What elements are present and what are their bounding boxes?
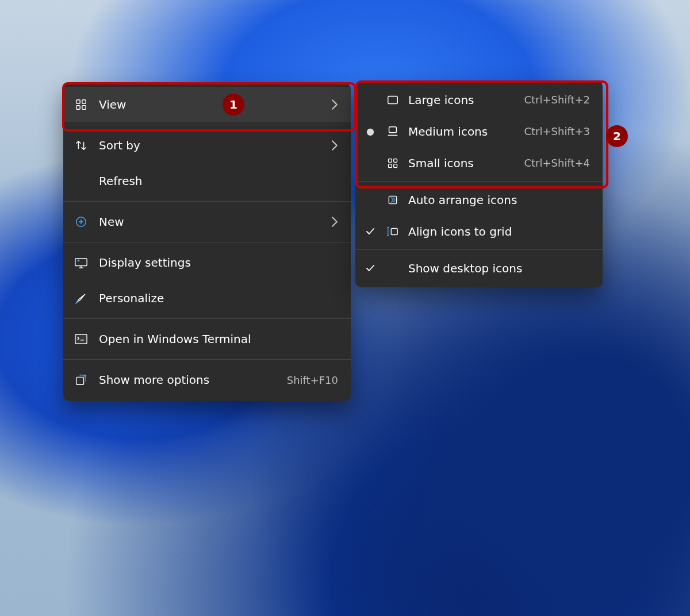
submenu-item-small-icons[interactable]: Small icons Ctrl+Shift+4 [355,147,603,179]
menu-item-shortcut: Ctrl+Shift+3 [524,125,590,137]
blank-icon [385,261,400,276]
menu-item-label: Show more options [99,373,277,387]
svg-rect-7 [75,334,87,344]
brush-icon [74,291,89,306]
sort-icon [74,138,89,153]
menu-item-view[interactable]: View [63,87,351,122]
menu-item-label: Refresh [99,174,338,188]
menu-item-shortcut: Ctrl+Shift+2 [524,94,590,106]
menu-item-display-settings[interactable]: Display settings [63,245,351,280]
svg-rect-8 [76,377,84,384]
submenu-item-align-grid[interactable]: Align icons to grid [355,215,603,247]
radio-mark-selected: ● [363,126,377,137]
menu-item-shortcut: Shift+F10 [287,374,338,386]
menu-item-label: Small icons [408,156,516,170]
menu-item-open-terminal[interactable]: Open in Windows Terminal [63,321,351,357]
separator [63,359,351,360]
desktop-context-menu: View Sort by Refresh New [63,83,351,401]
separator [355,249,603,250]
view-grid-icon [74,97,89,112]
menu-item-label: Personalize [99,291,338,305]
svg-rect-3 [82,106,86,109]
menu-item-label: Large icons [408,93,516,107]
separator [63,242,351,242]
submenu-item-auto-arrange[interactable]: Auto arrange icons [355,184,603,215]
separator [63,318,351,319]
menu-item-label: Medium icons [408,125,516,138]
small-icons-icon [385,156,400,171]
annotation-badge-1: 1 [223,94,244,116]
menu-item-label: New [99,215,321,229]
large-icons-icon [385,93,400,107]
chevron-right-icon [331,217,338,227]
svg-rect-5 [75,259,87,266]
svg-rect-10 [389,126,397,132]
menu-item-personalize[interactable]: Personalize [63,280,351,316]
show-more-icon [74,372,89,387]
svg-rect-13 [389,164,392,167]
svg-rect-9 [388,96,398,103]
chevron-right-icon [331,140,338,151]
display-settings-icon [74,255,89,270]
menu-item-label: Auto arrange icons [408,193,590,207]
terminal-icon [74,332,89,346]
svg-rect-1 [82,100,86,103]
submenu-item-show-desktop-icons[interactable]: Show desktop icons [355,252,603,284]
svg-rect-16 [391,228,397,234]
plus-circle-icon [74,214,89,229]
auto-arrange-icon [385,192,400,207]
svg-rect-11 [389,159,392,162]
menu-item-refresh[interactable]: Refresh [63,163,351,199]
submenu-item-medium-icons[interactable]: ● Medium icons Ctrl+Shift+3 [355,116,603,147]
svg-rect-0 [76,100,80,103]
medium-icons-icon [385,124,400,139]
svg-rect-14 [394,164,397,167]
menu-item-show-more-options[interactable]: Show more options Shift+F10 [63,362,351,398]
svg-rect-12 [394,159,397,162]
svg-rect-2 [76,106,80,109]
check-mark-checked [363,264,377,272]
menu-item-label: Show desktop icons [408,261,590,275]
annotation-badge-2: 2 [606,125,628,147]
menu-item-shortcut: Ctrl+Shift+4 [524,157,590,169]
menu-item-label: View [99,98,321,111]
menu-item-label: Display settings [99,256,338,270]
menu-item-label: Open in Windows Terminal [99,332,338,346]
separator [63,125,351,125]
chevron-right-icon [331,99,338,110]
align-grid-icon [385,224,400,239]
menu-item-sort-by[interactable]: Sort by [63,128,351,163]
submenu-item-large-icons[interactable]: Large icons Ctrl+Shift+2 [355,84,603,116]
svg-point-6 [78,259,80,261]
separator [63,201,351,202]
view-submenu: Large icons Ctrl+Shift+2 ● Medium icons … [355,80,603,287]
menu-item-label: Align icons to grid [408,225,590,238]
menu-item-new[interactable]: New [63,204,351,240]
menu-item-label: Sort by [99,138,321,152]
separator [355,181,603,182]
check-mark-checked [363,228,377,236]
blank-icon [74,174,89,188]
